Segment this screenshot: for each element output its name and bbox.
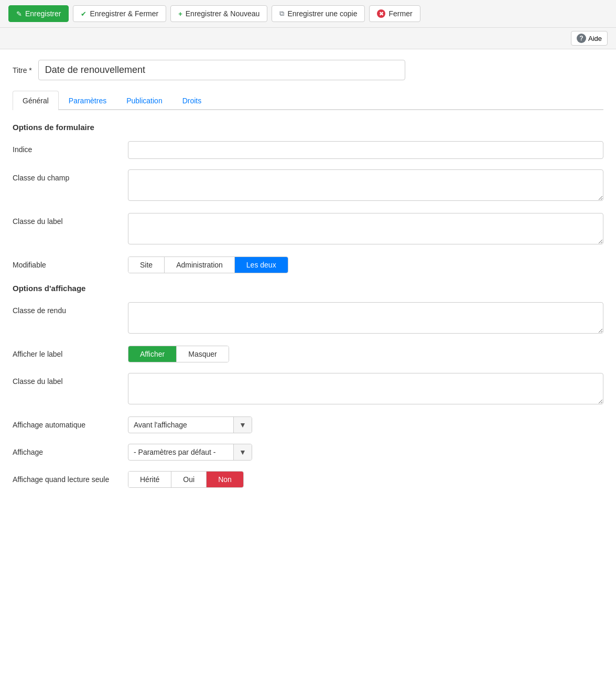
title-input[interactable] bbox=[38, 60, 405, 80]
affichage-lecture-btn-group: Hérité Oui Non bbox=[128, 471, 244, 488]
classe-label2-label: Classe du label bbox=[13, 373, 128, 386]
affichage-lecture-control: Hérité Oui Non bbox=[128, 471, 603, 488]
lecture-non-btn[interactable]: Non bbox=[207, 472, 243, 487]
tabs: Général Paramètres Publication Droits bbox=[13, 91, 603, 110]
affichage-select-wrap: - Paramètres par défaut - Hérité Oui Non… bbox=[128, 444, 252, 461]
lecture-oui-btn[interactable]: Oui bbox=[171, 472, 207, 487]
affichage-auto-select[interactable]: Avant l'affichage Après l'affichage Aucu… bbox=[128, 417, 233, 433]
indice-input[interactable] bbox=[128, 141, 603, 159]
modifiable-both-btn[interactable]: Les deux bbox=[235, 257, 288, 273]
close-icon: ✖ bbox=[377, 9, 385, 18]
affichage-control: - Paramètres par défaut - Hérité Oui Non… bbox=[128, 444, 603, 461]
classe-rendu-control bbox=[128, 302, 603, 335]
classe-champ-label: Classe du champ bbox=[13, 169, 128, 182]
affichage-auto-select-wrap: Avant l'affichage Après l'affichage Aucu… bbox=[128, 416, 252, 433]
afficher-btn-group: Afficher Masquer bbox=[128, 346, 229, 362]
classe-label-input[interactable] bbox=[128, 213, 603, 244]
help-label: Aide bbox=[588, 35, 602, 42]
save-close-button[interactable]: ✔ Enregistrer & Fermer bbox=[73, 5, 166, 22]
save-icon: ✎ bbox=[16, 10, 22, 18]
indice-label: Indice bbox=[13, 141, 128, 154]
affichage-auto-label: Affichage automatique bbox=[13, 416, 128, 429]
save-new-button[interactable]: + Enregistrer & Nouveau bbox=[170, 5, 267, 22]
modifiable-control: Site Administration Les deux bbox=[128, 256, 603, 273]
affichage-lecture-row: Affichage quand lecture seule Hérité Oui… bbox=[13, 471, 603, 488]
lecture-herite-btn[interactable]: Hérité bbox=[128, 472, 171, 487]
indice-row: Indice bbox=[13, 141, 603, 159]
save-close-label: Enregistrer & Fermer bbox=[90, 9, 158, 18]
classe-label-control bbox=[128, 213, 603, 246]
save-label: Enregistrer bbox=[25, 9, 61, 18]
title-row: Titre * bbox=[13, 60, 603, 80]
indice-control bbox=[128, 141, 603, 159]
help-row: ? Aide bbox=[0, 28, 616, 49]
affichage-lecture-label: Affichage quand lecture seule bbox=[13, 471, 128, 484]
afficher-label-control: Afficher Masquer bbox=[128, 346, 603, 362]
classe-rendu-row: Classe de rendu bbox=[13, 302, 603, 335]
save-button[interactable]: ✎ Enregistrer bbox=[8, 5, 69, 22]
tab-publication[interactable]: Publication bbox=[116, 91, 172, 110]
close-button[interactable]: ✖ Fermer bbox=[369, 5, 420, 22]
copy-icon: ⧉ bbox=[279, 9, 284, 18]
main-content: Titre * Général Paramètres Publication D… bbox=[0, 49, 616, 509]
form-options-title: Options de formulaire bbox=[13, 123, 603, 132]
save-copy-label: Enregistrer une copie bbox=[287, 9, 357, 18]
classe-champ-row: Classe du champ bbox=[13, 169, 603, 202]
modifiable-row: Modifiable Site Administration Les deux bbox=[13, 256, 603, 273]
classe-label2-row: Classe du label bbox=[13, 373, 603, 406]
tab-droits[interactable]: Droits bbox=[172, 91, 212, 110]
modifiable-admin-btn[interactable]: Administration bbox=[165, 257, 235, 273]
save-new-label: Enregistrer & Nouveau bbox=[186, 9, 260, 18]
modifiable-label: Modifiable bbox=[13, 256, 128, 269]
check-icon: ✔ bbox=[81, 10, 87, 18]
classe-label2-control bbox=[128, 373, 603, 406]
affichage-arrow-icon: ▼ bbox=[233, 444, 252, 460]
classe-label2-input[interactable] bbox=[128, 373, 603, 404]
close-label: Fermer bbox=[388, 9, 412, 18]
classe-champ-control bbox=[128, 169, 603, 202]
modifiable-btn-group: Site Administration Les deux bbox=[128, 256, 288, 273]
help-button[interactable]: ? Aide bbox=[571, 31, 608, 46]
affichage-label: Affichage bbox=[13, 444, 128, 456]
save-copy-button[interactable]: ⧉ Enregistrer une copie bbox=[272, 5, 365, 22]
tab-general[interactable]: Général bbox=[13, 91, 59, 110]
help-question-icon: ? bbox=[577, 34, 586, 43]
tab-parametres[interactable]: Paramètres bbox=[59, 91, 116, 110]
affichage-row: Affichage - Paramètres par défaut - Héri… bbox=[13, 444, 603, 461]
affichage-auto-arrow-icon: ▼ bbox=[233, 417, 252, 433]
afficher-label-row: Afficher le label Afficher Masquer bbox=[13, 346, 603, 362]
afficher-label-label: Afficher le label bbox=[13, 346, 128, 358]
affichage-auto-control: Avant l'affichage Après l'affichage Aucu… bbox=[128, 416, 603, 433]
affichage-auto-row: Affichage automatique Avant l'affichage … bbox=[13, 416, 603, 433]
masquer-btn[interactable]: Masquer bbox=[177, 346, 228, 362]
affichage-select[interactable]: - Paramètres par défaut - Hérité Oui Non bbox=[128, 444, 233, 460]
title-label: Titre * bbox=[13, 66, 32, 74]
classe-rendu-label: Classe de rendu bbox=[13, 302, 128, 315]
classe-label-row: Classe du label bbox=[13, 213, 603, 246]
modifiable-site-btn[interactable]: Site bbox=[128, 257, 165, 273]
display-options-title: Options d'affichage bbox=[13, 284, 603, 293]
plus-icon: + bbox=[178, 10, 182, 18]
classe-champ-input[interactable] bbox=[128, 169, 603, 201]
afficher-btn[interactable]: Afficher bbox=[128, 346, 177, 362]
toolbar: ✎ Enregistrer ✔ Enregistrer & Fermer + E… bbox=[0, 0, 616, 28]
classe-rendu-input[interactable] bbox=[128, 302, 603, 334]
classe-label-label: Classe du label bbox=[13, 213, 128, 226]
